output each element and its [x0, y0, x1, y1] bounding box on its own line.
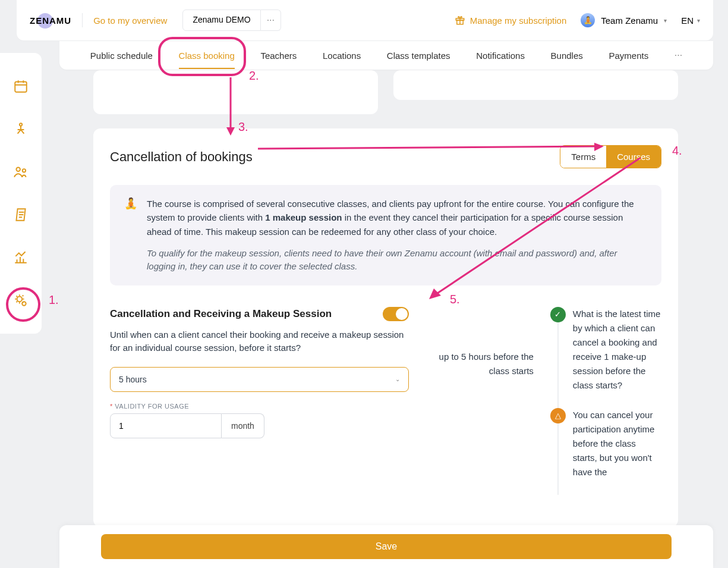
- sidebar-calendar[interactable]: [0, 65, 42, 108]
- chart-icon: [13, 250, 29, 265]
- topbar: ZENAMU Go to my overview Zenamu DEMO ···…: [17, 0, 713, 40]
- scope-toggle: Terms Courses: [560, 145, 661, 168]
- language-label: EN: [681, 15, 694, 26]
- chevron-down-icon: ▾: [664, 17, 667, 24]
- tab-teachers[interactable]: Teachers: [260, 43, 297, 68]
- language-switcher[interactable]: EN ▾: [681, 15, 700, 26]
- save-button[interactable]: Save: [101, 534, 672, 559]
- svg-point-1: [20, 123, 22, 125]
- tab-public-schedule[interactable]: Public schedule: [90, 43, 153, 68]
- svg-point-3: [23, 169, 26, 172]
- cancellation-card: Cancellation of bookings Terms Courses 🧘…: [93, 128, 678, 527]
- annotation-1: 1.: [49, 293, 59, 307]
- sidebar-note[interactable]: [0, 193, 42, 236]
- help-text-ok: What is the latest time by which a clien…: [573, 307, 661, 393]
- subnav: Public schedule Class booking Teachers L…: [59, 41, 713, 70]
- tab-notifications[interactable]: Notifications: [476, 43, 525, 68]
- summary-text: up to 5 hours before the class starts: [433, 350, 533, 378]
- validity-label: * VALIDITY FOR USAGE: [110, 403, 409, 410]
- form-left: Cancellation and Receiving a Makeup Sess…: [110, 307, 409, 495]
- logo: ZENAMU: [30, 15, 71, 26]
- help-column: ✓ What is the latest time by which a cli…: [557, 307, 661, 495]
- svg-rect-0: [15, 81, 27, 92]
- info-text: The course is comprised of several conse…: [147, 197, 647, 239]
- placeholder-card: [93, 70, 378, 114]
- user-menu[interactable]: 🧘 Team Zenamu ▾: [581, 13, 667, 27]
- sidebar-yoga[interactable]: [0, 108, 42, 150]
- toggle-courses[interactable]: Courses: [606, 146, 661, 168]
- avatar: 🧘: [581, 13, 595, 27]
- tab-bundles[interactable]: Bundles: [551, 43, 583, 68]
- info-note: To qualify for the makeup session, clien…: [147, 247, 647, 274]
- section-title: Cancellation and Receiving a Makeup Sess…: [110, 308, 332, 320]
- sidebar-chart[interactable]: [0, 236, 42, 279]
- select-value: 5 hours: [119, 375, 147, 384]
- people-icon: [13, 164, 29, 180]
- validity-input[interactable]: [110, 413, 222, 438]
- manage-subscription-link[interactable]: Manage my subscription: [455, 15, 567, 26]
- subnav-more[interactable]: ···: [675, 50, 682, 61]
- tab-locations[interactable]: Locations: [323, 43, 361, 68]
- demo-more-button[interactable]: ···: [261, 10, 281, 31]
- enable-toggle[interactable]: [383, 307, 409, 321]
- sidebar-settings[interactable]: [0, 279, 42, 322]
- sidebar-people[interactable]: [0, 150, 42, 193]
- chevron-down-icon: ▾: [697, 17, 700, 24]
- placeholder-card: [393, 70, 678, 100]
- check-icon: ✓: [550, 307, 566, 322]
- tab-payments[interactable]: Payments: [609, 43, 648, 68]
- chevron-down-icon: ⌄: [395, 376, 400, 382]
- svg-point-5: [22, 302, 26, 306]
- svg-point-2: [16, 167, 20, 171]
- deadline-select[interactable]: 5 hours ⌄: [110, 367, 409, 392]
- note-icon: [13, 207, 29, 222]
- info-box: 🧘 The course is comprised of several con…: [110, 185, 661, 285]
- subscription-label: Manage my subscription: [470, 15, 567, 26]
- card-title: Cancellation of bookings: [110, 149, 253, 165]
- calendar-icon: [13, 79, 29, 94]
- gear-icon: [13, 293, 29, 308]
- overview-link[interactable]: Go to my overview: [93, 15, 167, 26]
- sidebar: [0, 53, 42, 334]
- save-bar: Save: [59, 525, 713, 568]
- yoga-icon: [13, 121, 29, 137]
- user-name: Team Zenamu: [601, 15, 658, 26]
- demo-button[interactable]: Zenamu DEMO: [182, 10, 260, 31]
- section-desc: Until when can a client cancel their boo…: [110, 328, 409, 355]
- demo-selector: Zenamu DEMO ···: [167, 10, 281, 31]
- gift-icon: [455, 15, 465, 26]
- summary-column: up to 5 hours before the class starts: [433, 307, 533, 495]
- svg-point-4: [17, 297, 23, 302]
- toggle-terms[interactable]: Terms: [560, 146, 606, 168]
- tab-class-templates[interactable]: Class templates: [387, 43, 450, 68]
- yoga-emoji-icon: 🧘: [124, 197, 137, 274]
- divider: [82, 13, 83, 27]
- help-text-warn: You can cancel your participation anytim…: [573, 408, 661, 479]
- validity-unit: month: [222, 413, 264, 438]
- tab-class-booking[interactable]: Class booking: [179, 43, 235, 68]
- warning-icon: △: [550, 408, 566, 423]
